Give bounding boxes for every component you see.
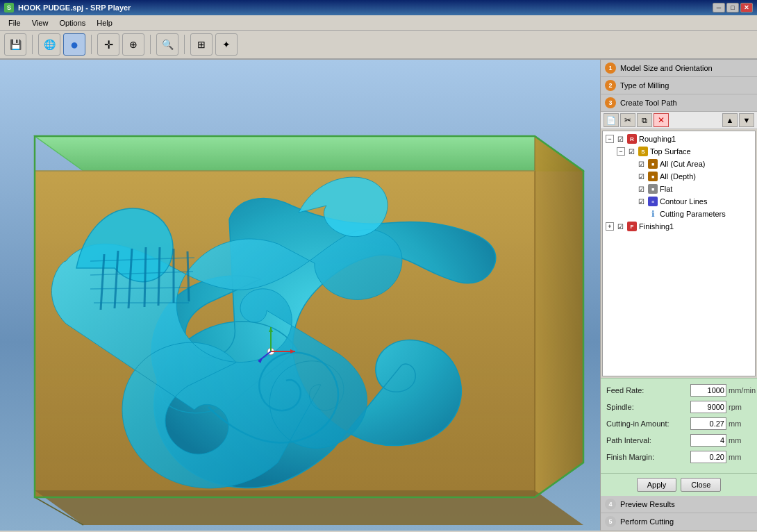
globe-button[interactable]: 🌐 [38, 33, 60, 56]
window-title: HOOK PUDGE.spj - SRP Player [18, 3, 713, 12]
checkbox-roughing[interactable]: ☑ [615, 134, 625, 144]
fit-button[interactable]: ⊞ [190, 33, 213, 56]
menubar: File View Options Help [0, 15, 757, 31]
new-doc-button[interactable]: 📄 [604, 113, 619, 127]
label-flat: Flat [660, 185, 672, 193]
section-type-milling[interactable]: 2 Type of Milling [601, 77, 757, 94]
maximize-button[interactable]: □ [726, 3, 739, 13]
section-label-2: Type of Milling [620, 81, 669, 90]
param-finish-margin: Finish Margin: mm [606, 451, 751, 463]
cutting-in-unit: mm [726, 419, 751, 428]
checkbox-depth[interactable]: ☑ [636, 172, 646, 181]
tree-node-cuttingparams[interactable]: ℹ Cutting Parameters [603, 208, 755, 220]
move-down-button[interactable]: ▼ [739, 113, 754, 127]
section-num-5: 5 [605, 516, 616, 527]
close-button[interactable]: ✕ [740, 3, 753, 13]
menu-file[interactable]: File [3, 17, 26, 28]
icon-roughing1: R [627, 134, 637, 144]
tree-node-flat[interactable]: ☑ ■ Flat [603, 183, 755, 195]
toolbar-separator-3 [150, 35, 151, 54]
tree-node-finishing1[interactable]: + ☑ F Finishing1 [603, 220, 755, 233]
section-num-4: 4 [605, 499, 616, 510]
icon-contourlines: ≡ [648, 197, 658, 206]
menu-help[interactable]: Help [91, 17, 118, 28]
svg-marker-1 [35, 136, 583, 171]
menu-view[interactable]: View [26, 17, 54, 28]
section-label-4: Preview Results [620, 500, 675, 508]
delete-button[interactable]: ✕ [654, 113, 669, 127]
icon-alldepth: ■ [648, 172, 658, 181]
checkbox-cutting[interactable] [636, 209, 646, 219]
finish-margin-label: Finish Margin: [606, 453, 690, 461]
icon-cuttingparams: ℹ [648, 209, 658, 219]
label-topsurface: Top Surface [650, 147, 691, 156]
spindle-input[interactable] [690, 401, 726, 413]
spindle-label: Spindle: [606, 403, 690, 411]
label-roughing1: Roughing1 [639, 135, 676, 143]
path-interval-input[interactable] [690, 434, 726, 447]
checkbox-flat[interactable]: ☑ [636, 184, 646, 194]
minimize-button[interactable]: ─ [713, 3, 725, 13]
spindle-unit: rpm [726, 403, 751, 411]
move-up-button[interactable]: ▲ [722, 113, 738, 127]
tree-toolbar: 📄 ✂ ⧉ ✕ ▲ ▼ [601, 112, 757, 129]
section-perform-cutting[interactable]: 5 Perform Cutting [601, 513, 757, 531]
sphere-button[interactable]: ● [63, 33, 85, 56]
finish-margin-input[interactable] [690, 451, 726, 463]
section-create-toolpath[interactable]: 3 Create Tool Path [601, 94, 757, 112]
copy-button[interactable]: ⧉ [637, 113, 652, 127]
feedrate-input[interactable] [690, 384, 726, 397]
action-buttons: Apply Close [601, 473, 757, 496]
tree-node-alldepth[interactable]: ☑ ■ All (Depth) [603, 170, 755, 183]
cut-button[interactable]: ✂ [620, 113, 635, 127]
expander-topsurface[interactable]: − [617, 147, 625, 156]
menu-options[interactable]: Options [53, 17, 91, 28]
icon-flat: ■ [648, 184, 658, 194]
3d-scene [0, 60, 600, 531]
toolbar-separator-2 [91, 35, 92, 54]
section-num-2: 2 [605, 80, 616, 91]
param-spindle: Spindle: rpm [606, 401, 751, 413]
svg-marker-4 [35, 490, 583, 525]
section-label-1: Model Size and Orientation [620, 64, 713, 72]
tree-view[interactable]: − ☑ R Roughing1 − ☑ S Top Surface [602, 131, 756, 376]
tree-node-topsurface[interactable]: − ☑ S Top Surface [603, 145, 755, 158]
section-label-5: Perform Cutting [620, 517, 674, 526]
move-button[interactable]: ⊕ [122, 33, 144, 56]
checkbox-finishing[interactable]: ☑ [615, 222, 625, 231]
icon-topsurface: S [638, 147, 648, 156]
section-preview-results[interactable]: 4 Preview Results [601, 496, 757, 513]
pan-button[interactable]: ✛ [97, 33, 119, 56]
titlebar: S HOOK PUDGE.spj - SRP Player ─ □ ✕ [0, 0, 757, 15]
param-path-interval: Path Interval: mm [606, 434, 751, 447]
icon-finishing1: F [627, 222, 637, 231]
save-button[interactable]: 💾 [4, 33, 26, 56]
icon-cutarea: ■ [648, 159, 658, 169]
reset-button[interactable]: ✦ [215, 33, 238, 56]
checkbox-contour[interactable]: ☑ [636, 197, 646, 206]
toolbar-separator-4 [184, 35, 185, 54]
expander-finishing1[interactable]: + [606, 222, 614, 231]
checkbox-cutarea[interactable]: ☑ [636, 159, 646, 169]
section-label-3: Create Tool Path [620, 99, 677, 107]
apply-button[interactable]: Apply [637, 478, 677, 492]
tree-content: − ☑ R Roughing1 − ☑ S Top Surface [603, 131, 755, 234]
tree-node-contourlines[interactable]: ☑ ≡ Contour Lines [603, 195, 755, 208]
tree-node-roughing1[interactable]: − ☑ R Roughing1 [603, 133, 755, 145]
zoom-button[interactable]: 🔍 [156, 33, 178, 56]
section-model-size[interactable]: 1 Model Size and Orientation [601, 60, 757, 77]
close-button[interactable]: Close [681, 478, 721, 492]
label-contourlines: Contour Lines [660, 197, 708, 206]
parameters-area: Feed Rate: mm/min Spindle: rpm Cutting-i… [601, 378, 757, 473]
expander-roughing1[interactable]: − [606, 135, 614, 143]
feedrate-unit: mm/min [726, 386, 751, 394]
checkbox-topsurface[interactable]: ☑ [626, 147, 636, 156]
label-finishing1: Finishing1 [639, 222, 674, 231]
main-area: 1 Model Size and Orientation 2 Type of M… [0, 60, 757, 531]
tree-node-allcutarea[interactable]: ☑ ■ All (Cut Area) [603, 158, 755, 170]
feedrate-label: Feed Rate: [606, 386, 690, 394]
viewport-3d[interactable] [0, 60, 600, 531]
section-num-1: 1 [605, 63, 616, 74]
param-feedrate: Feed Rate: mm/min [606, 384, 751, 397]
cutting-in-input[interactable] [690, 417, 726, 430]
